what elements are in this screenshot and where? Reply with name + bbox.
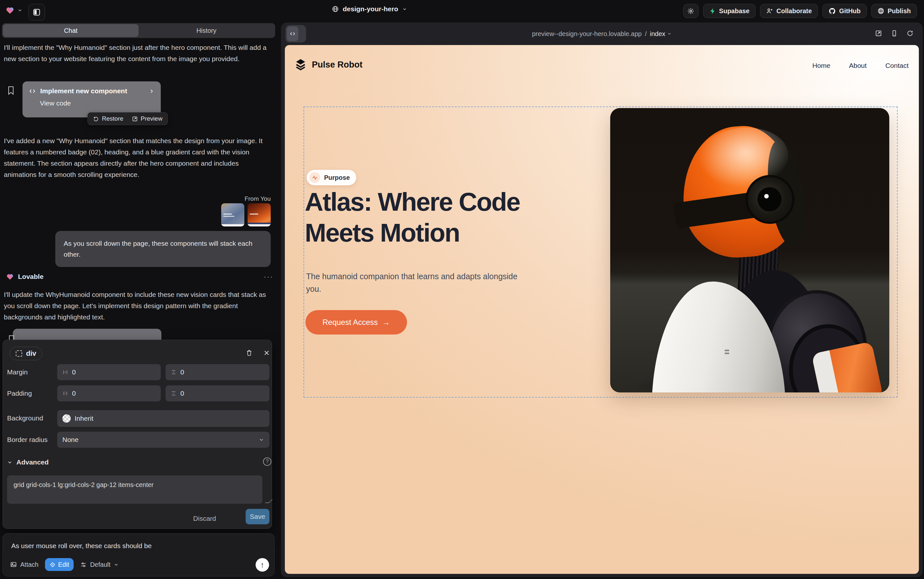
version-actions-bar: Restore Preview [87, 112, 168, 125]
pulse-icon [309, 172, 320, 183]
border-radius-select[interactable]: None [57, 432, 269, 448]
open-in-new-tab-button[interactable] [875, 29, 882, 37]
preview-button[interactable]: Preview [132, 115, 163, 122]
publish-button[interactable]: Publish [871, 4, 917, 18]
margin-y-value: 0 [180, 368, 184, 376]
restore-button[interactable]: Restore [93, 115, 124, 122]
discard-button[interactable]: Discard [193, 511, 216, 526]
project-switcher[interactable]: design-your-hero [332, 5, 407, 13]
layers-logo-icon [294, 58, 307, 71]
refresh-button[interactable] [906, 29, 914, 37]
mobile-view-button[interactable] [891, 29, 898, 37]
mode-select[interactable]: Default [80, 561, 118, 568]
hero-heading: Atlas: Where Code Meets Motion [305, 186, 520, 248]
robot-camera-lens [757, 187, 782, 211]
help-icon[interactable]: ? [263, 457, 271, 466]
tab-chat[interactable]: Chat [3, 24, 139, 37]
margin-y-input[interactable]: 0 [166, 364, 269, 380]
view-code-link[interactable]: View code [40, 100, 154, 107]
site-preview: Pulse Robot Home About Contact Purpose A… [285, 45, 919, 574]
project-chevron-down-icon [402, 7, 407, 11]
advanced-label: Advanced [16, 458, 49, 466]
github-label: GitHub [839, 7, 861, 15]
robot-hero-image [610, 108, 889, 393]
collaborate-button[interactable]: Collaborate [760, 4, 818, 18]
chevron-down-icon [667, 31, 672, 36]
nav-item-contact[interactable]: Contact [885, 62, 909, 69]
attachment-image-orange[interactable] [248, 203, 271, 226]
assistant-message-1: I'll implement the "Why Humanoid" sectio… [4, 42, 272, 64]
margin-x-input[interactable]: 0 [57, 364, 161, 380]
mode-label: Default [90, 561, 110, 568]
chevron-down-icon [7, 460, 13, 465]
selected-element-tag: div [26, 349, 36, 358]
tab-history[interactable]: History [139, 24, 274, 37]
site-header: Pulse Robot Home About Contact [285, 45, 919, 87]
margin-x-value: 0 [72, 368, 76, 376]
supabase-button[interactable]: Supabase [703, 4, 756, 18]
component-card-title: Implement new component [40, 87, 127, 95]
purpose-badge: Purpose [307, 170, 356, 185]
globe-icon [332, 5, 339, 13]
preview-url-bar[interactable]: preview--design-your-hero.lovable.app / … [281, 23, 923, 45]
padding-y-input[interactable]: 0 [166, 385, 269, 401]
code-icon [29, 88, 36, 95]
site-brand-name: Pulse Robot [312, 60, 362, 70]
attachment-image-blue[interactable] [221, 203, 244, 226]
save-button[interactable]: Save [246, 509, 269, 524]
advanced-section-toggle[interactable]: Advanced [7, 458, 49, 466]
send-button[interactable]: ↑ [256, 558, 269, 572]
chat-sidebar: Chat History I'll implement the "Why Hum… [0, 0, 279, 579]
background-value: Inherit [75, 415, 93, 422]
request-access-button[interactable]: Request Access → [305, 310, 407, 335]
padding-x-value: 0 [72, 389, 76, 397]
chat-composer: As user mouse roll over, these cards sho… [3, 533, 274, 576]
assistant-name: Lovable [18, 273, 43, 280]
from-you-label: From You [245, 195, 271, 202]
settings-button[interactable] [683, 4, 699, 18]
padding-x-input[interactable]: 0 [57, 385, 161, 401]
close-inspector-button[interactable]: × [264, 348, 269, 358]
nav-item-home[interactable]: Home [813, 62, 831, 69]
hero-subheading: The humanoid companion that learns and a… [306, 270, 518, 295]
border-radius-label: Border radius [7, 436, 47, 443]
background-label: Background [7, 414, 43, 422]
purpose-badge-label: Purpose [324, 174, 350, 182]
robot-lens-glint [764, 194, 769, 198]
edit-mode-button[interactable]: Edit [45, 558, 73, 571]
supabase-bolt-icon [709, 8, 716, 15]
message-input[interactable]: As user mouse roll over, these cards sho… [11, 542, 262, 550]
chevron-down-icon [114, 562, 119, 567]
background-input[interactable]: Inherit [57, 410, 269, 427]
padding-label: Padding [7, 389, 32, 397]
chevron-down-icon [258, 437, 264, 443]
url-page: index [650, 30, 666, 38]
padding-x-icon [62, 391, 68, 396]
chat-history-tabs: Chat History [2, 23, 275, 38]
preview-panel: preview--design-your-hero.lovable.app / … [281, 23, 923, 577]
cta-label: Request Access [322, 318, 378, 327]
selected-element-chip[interactable]: div [10, 347, 42, 360]
github-button[interactable]: GitHub [823, 4, 867, 18]
padding-y-value: 0 [180, 389, 184, 397]
assistant-header: Lovable ··· [6, 272, 273, 281]
site-logo[interactable]: Pulse Robot [294, 58, 362, 71]
chevron-right-icon [149, 88, 154, 94]
collaborate-label: Collaborate [776, 7, 812, 15]
preview-page-select[interactable]: index [650, 30, 672, 38]
publish-globe-icon [877, 7, 885, 15]
margin-x-icon [62, 369, 68, 375]
edit-label: Edit [58, 561, 69, 568]
hero-heading-line2: Meets Motion [305, 218, 520, 248]
margin-y-icon [171, 369, 176, 375]
delete-element-button[interactable] [246, 349, 253, 357]
tailwind-classes-input[interactable]: grid grid-cols-1 lg:grid-cols-2 gap-12 i… [7, 476, 262, 504]
robot-vent-detail [725, 350, 729, 351]
bookmark-icon[interactable] [7, 85, 15, 95]
nav-item-about[interactable]: About [849, 62, 867, 69]
message-menu-button[interactable]: ··· [264, 272, 273, 281]
restore-label: Restore [102, 115, 124, 122]
lovable-app-window: design-your-hero Supabase Co [0, 0, 924, 579]
restore-icon [93, 116, 99, 122]
attach-button[interactable]: Attach [10, 561, 39, 568]
